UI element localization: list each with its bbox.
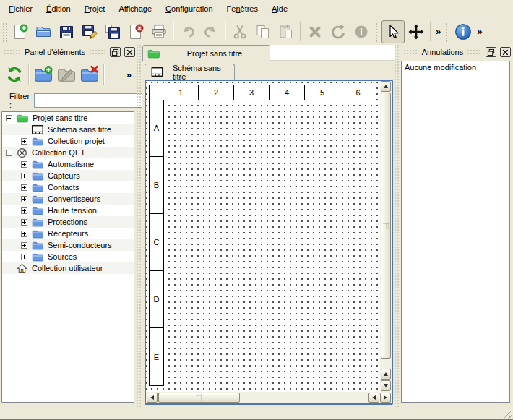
panel-toolbar-overflow-button[interactable]: »	[126, 69, 132, 80]
toolbar-overflow-button[interactable]: »	[475, 26, 484, 37]
toolbar-separator	[103, 64, 105, 85]
rotate-button[interactable]	[327, 20, 350, 43]
elements-panel-toolbar: »	[0, 59, 137, 90]
schema-canvas[interactable]: 1 2 3 4 5 6 A B C D E	[146, 81, 380, 392]
expand-expander[interactable]	[21, 138, 27, 145]
tree-item-semi-conducteurs[interactable]: Semi-conducteurs	[2, 239, 134, 251]
undo-button[interactable]	[176, 20, 199, 43]
tab-projet-sans-titre[interactable]: Projet sans titre	[142, 45, 270, 61]
expand-expander[interactable]	[21, 173, 27, 179]
save-all-button[interactable]	[101, 20, 124, 43]
tree-item-label: Haute tension	[48, 206, 97, 215]
tree-item-collection-utilisateur[interactable]: Collection utilisateur	[2, 262, 134, 274]
resize-grip[interactable]	[503, 409, 512, 419]
horizontal-scroll-thumb[interactable]	[158, 393, 240, 403]
collapse-expander[interactable]	[6, 115, 12, 121]
tree-item-collection-qet[interactable]: Collection QET	[2, 147, 134, 158]
save-as-button[interactable]	[78, 20, 101, 43]
tree-item-recepteurs[interactable]: Récepteurs	[2, 228, 134, 239]
undo-icon	[179, 23, 197, 40]
menu-fichier[interactable]: Fichier	[2, 1, 40, 16]
tree-item-haute-tension[interactable]: Haute tension	[2, 205, 134, 216]
tree-item-automatisme[interactable]: Automatisme	[2, 158, 134, 170]
filter-row: Filtrer :	[0, 90, 137, 111]
menu-fenetres[interactable]: Fenêtres	[220, 1, 265, 16]
column-label: 2	[199, 85, 234, 100]
tree-item-protections[interactable]: Protections	[2, 216, 134, 228]
horizontal-scrollbar[interactable]	[146, 392, 392, 403]
folder-icon	[32, 183, 43, 192]
toolbar-separator	[300, 22, 301, 41]
tree-item-contacts[interactable]: Contacts	[2, 181, 134, 193]
workspace: Projet sans titre Schéma sans titre 1 2 …	[142, 45, 395, 408]
undo-dock-titlebar[interactable]: Annulations	[400, 45, 513, 59]
scroll-up-button[interactable]	[381, 369, 391, 380]
tree-item-collection-projet[interactable]: Collection projet	[2, 135, 134, 147]
open-button[interactable]	[32, 20, 55, 43]
cut-button[interactable]	[228, 20, 251, 43]
edit-category-button[interactable]	[55, 63, 78, 86]
expand-expander[interactable]	[21, 242, 27, 249]
menu-affichage[interactable]: Affichage	[112, 1, 159, 16]
scroll-right-button[interactable]	[380, 393, 391, 403]
tree-item-capteurs[interactable]: Capteurs	[2, 170, 134, 181]
float-dock-button[interactable]	[110, 47, 121, 57]
paste-button[interactable]	[275, 20, 298, 43]
about-info-button[interactable]	[452, 20, 475, 43]
vertical-scrollbar[interactable]	[380, 81, 392, 392]
undo-list-item[interactable]: Aucune modification	[402, 61, 509, 73]
expand-expander[interactable]	[21, 184, 27, 191]
expand-expander[interactable]	[21, 219, 27, 226]
menu-edition[interactable]: Édition	[40, 1, 78, 16]
toolbar-drag-handle[interactable]	[374, 22, 379, 42]
toolbar-drag-handle[interactable]	[444, 22, 449, 42]
expand-expander[interactable]	[21, 196, 27, 202]
schema-icon	[32, 125, 43, 134]
filter-input[interactable]	[34, 93, 142, 108]
move-tool-button[interactable]	[405, 20, 428, 43]
tree-item-sources[interactable]: Sources	[2, 251, 134, 262]
row-label: E	[150, 328, 163, 385]
tree-item-projet-sans-titre[interactable]: Projet sans titre	[2, 112, 134, 124]
left-dock-splitter[interactable]	[137, 45, 142, 408]
menu-projet[interactable]: Projet	[78, 1, 113, 16]
tab-schema-sans-titre[interactable]: Schéma sans titre	[145, 64, 235, 80]
dock-title-texture	[467, 49, 482, 55]
tree-item-label: Schéma sans titre	[48, 125, 111, 134]
expand-expander[interactable]	[21, 161, 27, 168]
delete-category-button[interactable]	[78, 63, 101, 86]
save-button[interactable]	[55, 20, 78, 43]
menu-aide[interactable]: Aide	[265, 1, 295, 16]
delete-button[interactable]	[303, 20, 327, 43]
menu-configuration[interactable]: Configuration	[159, 1, 220, 16]
new-category-button[interactable]	[32, 63, 55, 86]
copy-button[interactable]	[251, 20, 275, 43]
toolbar-drag-handle[interactable]	[1, 22, 7, 42]
toolbar-overflow-button[interactable]: »	[434, 26, 443, 37]
close-file-button[interactable]	[124, 20, 147, 43]
info-button[interactable]	[350, 20, 373, 43]
tree-item-schema-sans-titre[interactable]: Schéma sans titre	[2, 124, 134, 135]
scroll-down-button[interactable]	[381, 380, 391, 391]
close-dock-button[interactable]	[500, 47, 511, 57]
expand-expander[interactable]	[21, 254, 27, 260]
expand-expander[interactable]	[21, 231, 27, 237]
reload-collections-button[interactable]	[3, 63, 26, 86]
collapse-expander[interactable]	[6, 150, 12, 156]
new-document-button[interactable]	[9, 20, 32, 43]
scroll-up-button[interactable]	[381, 81, 391, 92]
tree-item-label: Sources	[48, 252, 77, 261]
expand-expander[interactable]	[21, 207, 27, 214]
close-dock-button[interactable]	[124, 47, 135, 57]
rotate-icon	[329, 23, 347, 40]
float-dock-button[interactable]	[486, 47, 496, 57]
tree-item-convertisseurs[interactable]: Convertisseurs	[2, 193, 134, 205]
scroll-left-button[interactable]	[147, 393, 158, 403]
vertical-scroll-thumb[interactable]	[381, 93, 391, 359]
print-button[interactable]	[147, 20, 171, 43]
select-tool-button[interactable]	[381, 20, 405, 43]
column-label: 4	[270, 85, 305, 100]
scroll-left-button[interactable]	[368, 393, 379, 403]
elements-panel-titlebar[interactable]: Panel d'éléments	[0, 45, 137, 59]
redo-button[interactable]	[199, 20, 223, 43]
